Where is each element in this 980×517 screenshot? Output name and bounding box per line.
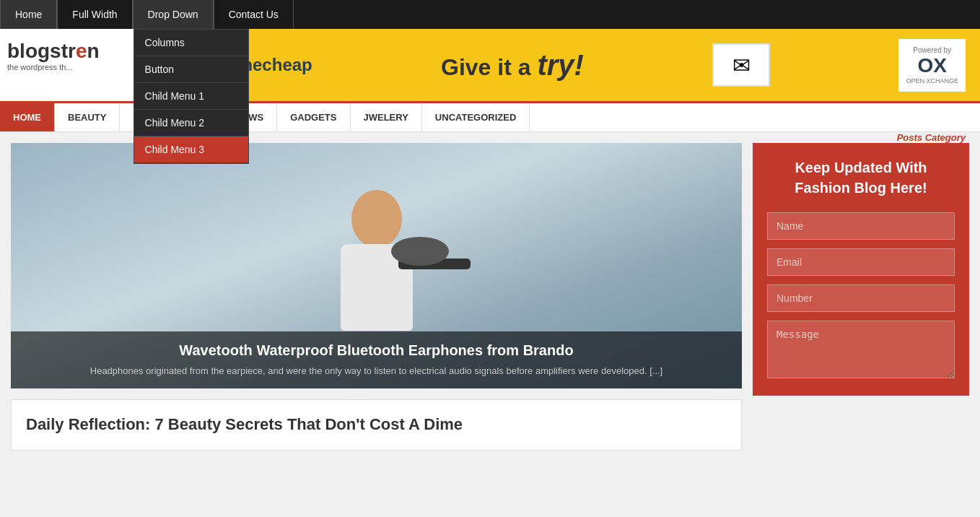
lead-form-title: Keep Updated With Fashion Blog Here! [767, 157, 955, 198]
sidebar: Keep Updated With Fashion Blog Here! [753, 143, 969, 451]
nav-item-dropdown-label: Drop Down [148, 9, 198, 20]
category-jwelery[interactable]: JWELERY [351, 103, 422, 131]
article-preview: Daily Reflection: 7 Beauty Secrets That … [11, 399, 742, 451]
dropdown-item-child3[interactable]: Child Menu 3 [134, 136, 248, 163]
ox-logo: OX [917, 54, 946, 77]
banner-envelope-icon: ✉ [712, 43, 770, 87]
article-title: Daily Reflection: 7 Beauty Secrets That … [26, 414, 727, 435]
dropdown-item-child1[interactable]: Child Menu 1 [134, 83, 248, 110]
nav-item-contact[interactable]: Contact Us [214, 0, 294, 29]
ox-subtext: OPEN·XCHANGE [906, 77, 958, 84]
dropdown-item-child2[interactable]: Child Menu 2 [134, 110, 248, 136]
dropdown-menu: Columns Button Child Menu 1 Child Menu 2… [134, 29, 249, 164]
annotation-posts-category: Posts Category [897, 132, 966, 143]
nav-item-dropdown[interactable]: Drop Down Columns Button Child Menu 1 Ch… [133, 0, 214, 29]
top-navigation: Home Full Width Drop Down Columns Button… [0, 0, 980, 29]
category-beauty[interactable]: BEAUTY [55, 103, 120, 131]
lead-form-box: Keep Updated With Fashion Blog Here! [753, 143, 969, 396]
hero-body [341, 244, 413, 331]
dropdown-item-columns[interactable]: Columns [134, 30, 248, 56]
banner-cta: Give it a try! [441, 49, 584, 82]
hero-figure [341, 190, 413, 331]
slider-area: Wavetooth Waterproof Bluetooth Earphones… [11, 143, 742, 388]
hero-pan-handle [398, 258, 471, 269]
slider-title: Wavetooth Waterproof Bluetooth Earphones… [25, 342, 727, 359]
lead-form-message-input[interactable] [767, 321, 955, 378]
category-home[interactable]: HOME [0, 103, 55, 131]
lead-form-number-input[interactable] [767, 284, 955, 312]
hero-head [351, 190, 402, 248]
category-gadgets[interactable]: GADGETS [277, 103, 350, 131]
main-content: Wavetooth Waterproof Bluetooth Earphones… [11, 143, 742, 451]
nav-item-home[interactable]: Home [0, 0, 57, 29]
page-wrapper: Menu bar Top Banner Image Drop-down page… [0, 0, 980, 461]
slider-excerpt: Headphones originated from the earpiece,… [25, 365, 727, 378]
slider-caption: Wavetooth Waterproof Bluetooth Earphones… [11, 331, 742, 388]
nav-item-full-width[interactable]: Full Width [57, 0, 132, 29]
category-uncategorized[interactable]: UNCATEGORIZED [422, 103, 530, 131]
lead-form-name-input[interactable] [767, 212, 955, 240]
banner-ox: Powered by OX OPEN·XCHANGE [898, 39, 966, 92]
lead-form-email-input[interactable] [767, 248, 955, 276]
main-wrapper: Wavetooth Waterproof Bluetooth Earphones… [0, 132, 980, 461]
banner-area: N Namecheap Give it a try! ✉ Powered by … [166, 29, 980, 101]
dropdown-item-button[interactable]: Button [134, 56, 248, 83]
powered-by-text: Powered by [913, 46, 951, 54]
